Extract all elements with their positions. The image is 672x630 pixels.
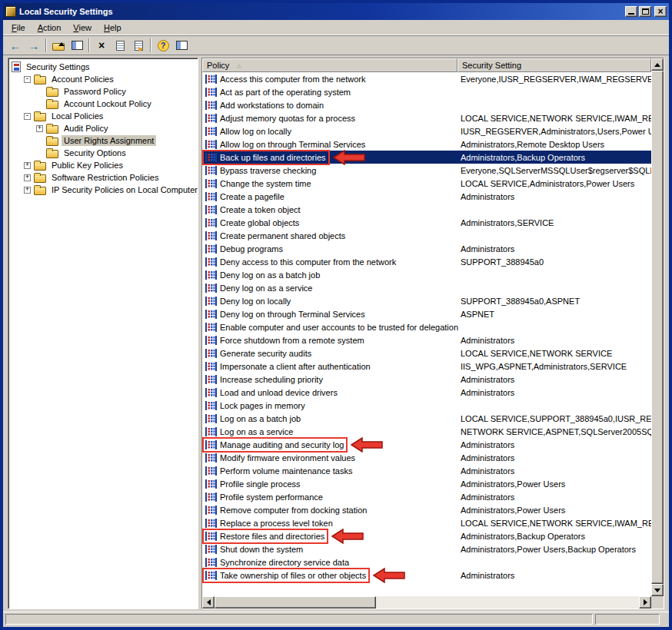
expand-icon[interactable]: + — [24, 162, 31, 169]
list-row-create-a-token-object[interactable]: Create a token object — [202, 203, 651, 216]
list-row-add-workstations-to-domain[interactable]: Add workstations to domain — [202, 98, 651, 111]
policy-label-wrap: Impersonate a client after authenticatio… — [204, 360, 373, 373]
list-row-log-on-as-a-batch-job[interactable]: Log on as a batch job LOCAL SERVICE,SUPP… — [202, 412, 651, 425]
export-list-button[interactable] — [129, 37, 148, 54]
list-row-enable-computer-and-user-accounts-to-be-trusted-for-delegation[interactable]: Enable computer and user accounts to be … — [202, 320, 651, 333]
list-row-perform-volume-maintenance-tasks[interactable]: Perform volume maintenance tasks Adminis… — [202, 464, 651, 477]
list-row-deny-log-on-locally[interactable]: Deny log on locally SUPPORT_388945a0,ASP… — [202, 294, 651, 307]
list-row-create-a-pagefile[interactable]: Create a pagefile Administrators — [202, 190, 651, 203]
list-row-log-on-as-a-service[interactable]: Log on as a service NETWORK SERVICE,ASPN… — [202, 425, 651, 438]
policy-name: Impersonate a client after authenticatio… — [220, 362, 371, 371]
horizontal-scrollbar[interactable] — [202, 596, 651, 608]
tree-item-label: Account Policies — [49, 74, 116, 85]
security-setting-value: Administrators — [461, 453, 514, 463]
security-setting-cell — [457, 98, 651, 111]
scroll-up-button[interactable] — [651, 58, 664, 71]
list-row-create-global-objects[interactable]: Create global objects Administrators,SER… — [202, 216, 651, 229]
list-row-change-the-system-time[interactable]: Change the system time LOCAL SERVICE,Adm… — [202, 177, 651, 190]
context-help-button[interactable] — [172, 37, 191, 54]
vertical-scrollbar[interactable] — [651, 58, 664, 596]
scroll-right-button[interactable] — [639, 596, 651, 608]
minimize-button[interactable] — [625, 6, 637, 17]
policy-icon — [205, 322, 217, 333]
list-row-shut-down-the-system[interactable]: Shut down the system Administrators,Powe… — [202, 542, 651, 555]
column-header-policy[interactable]: Policy — [202, 58, 457, 72]
list-row-deny-log-on-as-a-service[interactable]: Deny log on as a service — [202, 281, 651, 294]
security-setting-value: Administrators — [461, 440, 514, 449]
tree-item-local-policies[interactable]: - Local Policies — [8, 110, 198, 122]
list-row-back-up-files-and-directories[interactable]: Back up files and directories Administra… — [202, 151, 651, 164]
list-row-deny-log-on-as-a-batch-job[interactable]: Deny log on as a batch job — [202, 268, 651, 281]
list-row-create-permanent-shared-objects[interactable]: Create permanent shared objects — [202, 229, 651, 242]
tree-item-password-policy[interactable]: Password Policy — [8, 85, 198, 98]
close-button[interactable]: × — [654, 6, 667, 17]
tree-item-audit-policy[interactable]: + Audit Policy — [8, 122, 198, 134]
list-row-modify-firmware-environment-values[interactable]: Modify firmware environment values Admin… — [202, 451, 651, 464]
list-row-impersonate-a-client-after-authentication[interactable]: Impersonate a client after authenticatio… — [202, 360, 651, 373]
scroll-left-button[interactable] — [202, 596, 215, 608]
collapse-icon[interactable]: - — [24, 113, 31, 120]
horizontal-scrollbar-thumb[interactable] — [215, 596, 376, 608]
list-row-manage-auditing-and-security-log[interactable]: Manage auditing and security log Adminis… — [202, 438, 651, 451]
list-row-profile-single-process[interactable]: Profile single process Administrators,Po… — [202, 477, 651, 490]
security-setting-value: Administrators,Backup Operators — [461, 153, 585, 162]
list-row-lock-pages-in-memory[interactable]: Lock pages in memory — [202, 399, 651, 412]
list-row-deny-access-to-this-computer-from-the-network[interactable]: Deny access to this computer from the ne… — [202, 255, 651, 268]
tree-item-software-restriction-policies[interactable]: + Software Restriction Policies — [8, 171, 198, 184]
list-row-access-this-computer-from-the-network[interactable]: Access this computer from the network Ev… — [202, 72, 651, 85]
list-row-restore-files-and-directories[interactable]: Restore files and directories Administra… — [202, 529, 651, 542]
maximize-button[interactable] — [639, 6, 651, 17]
menu-action[interactable]: Action — [32, 21, 68, 35]
back-button[interactable]: ← — [6, 37, 25, 54]
policy-name: Log on as a batch job — [220, 414, 301, 423]
list-row-increase-scheduling-priority[interactable]: Increase scheduling priority Administrat… — [202, 373, 651, 386]
vertical-scrollbar-track[interactable] — [651, 71, 664, 584]
tree-item-ip-security-policies-on-local-computer[interactable]: + IP Security Policies on Local Computer — [8, 184, 198, 196]
list-row-synchronize-directory-service-data[interactable]: Synchronize directory service data — [202, 555, 651, 569]
list-row-remove-computer-from-docking-station[interactable]: Remove computer from docking station Adm… — [202, 503, 651, 516]
menu-file[interactable]: File — [5, 21, 32, 35]
properties-button[interactable] — [111, 37, 129, 54]
list-row-replace-a-process-level-token[interactable]: Replace a process level token LOCAL SERV… — [202, 516, 651, 529]
expand-icon[interactable]: + — [24, 174, 31, 181]
policy-label-wrap: Generate security audits — [204, 347, 314, 360]
tree-item-user-rights-assignment[interactable]: User Rights Assignment — [8, 134, 198, 147]
list-row-act-as-part-of-the-operating-system[interactable]: Act as part of the operating system — [202, 85, 651, 98]
tree-item-security-options[interactable]: Security Options — [8, 147, 198, 159]
policy-label-wrap: Load and unload device drivers — [204, 386, 340, 399]
help-button[interactable]: ? — [154, 37, 172, 54]
list-row-adjust-memory-quotas-for-a-process[interactable]: Adjust memory quotas for a process LOCAL… — [202, 111, 651, 124]
tree-item-account-policies[interactable]: - Account Policies — [8, 73, 198, 85]
list-row-bypass-traverse-checking[interactable]: Bypass traverse checking Everyone,SQLSer… — [202, 164, 651, 177]
policy-label-wrap: Log on as a service — [204, 426, 295, 438]
expand-icon[interactable]: + — [24, 187, 31, 194]
up-one-level-button[interactable] — [49, 37, 68, 54]
expand-icon[interactable]: + — [36, 125, 43, 132]
menu-help[interactable]: Help — [98, 21, 128, 35]
title-bar[interactable]: Local Security Settings × — [3, 3, 669, 20]
column-header-security-setting[interactable]: Security Setting — [457, 58, 651, 72]
vertical-scrollbar-thumb[interactable] — [651, 71, 664, 584]
list-row-profile-system-performance[interactable]: Profile system performance Administrator… — [202, 490, 651, 503]
delete-button[interactable]: × — [92, 37, 111, 54]
list-row-debug-programs[interactable]: Debug programs Administrators — [202, 242, 651, 255]
scroll-down-button[interactable] — [651, 584, 664, 596]
list-row-load-and-unload-device-drivers[interactable]: Load and unload device drivers Administr… — [202, 386, 651, 399]
list-row-allow-log-on-through-terminal-services[interactable]: Allow log on through Terminal Services A… — [202, 138, 651, 151]
horizontal-scrollbar-track[interactable] — [215, 596, 639, 608]
forward-button[interactable]: → — [25, 37, 43, 54]
tree-item-public-key-policies[interactable]: + Public Key Policies — [8, 159, 198, 171]
tree-item-account-lockout-policy[interactable]: Account Lockout Policy — [8, 98, 198, 110]
list-row-force-shutdown-from-a-remote-system[interactable]: Force shutdown from a remote system Admi… — [202, 333, 651, 346]
list-row-deny-log-on-through-terminal-services[interactable]: Deny log on through Terminal Services AS… — [202, 307, 651, 320]
list-row-take-ownership-of-files-or-other-objects[interactable]: Take ownership of files or other objects… — [202, 569, 651, 582]
menu-view[interactable]: View — [67, 21, 98, 35]
security-setting-cell: Administrators — [457, 386, 651, 399]
collapse-icon[interactable]: - — [24, 76, 31, 83]
policy-icon — [205, 348, 217, 359]
list-row-allow-log-on-locally[interactable]: Allow log on locally IUSR_REGSERVER,Admi… — [202, 124, 651, 138]
list-row-generate-security-audits[interactable]: Generate security audits LOCAL SERVICE,N… — [202, 346, 651, 360]
tree-item-security-settings[interactable]: Security Settings — [8, 61, 198, 73]
show-hide-console-tree-button[interactable] — [68, 37, 86, 54]
policy-name: Force shutdown from a remote system — [220, 336, 364, 345]
